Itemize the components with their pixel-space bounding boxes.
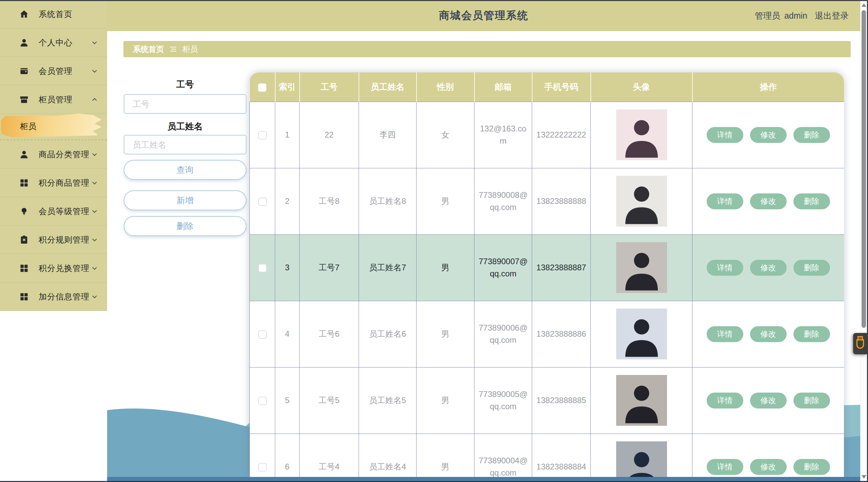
edit-row-button[interactable]: 修改 (750, 260, 787, 276)
breadcrumb-home-link[interactable]: 系统首页 (133, 44, 164, 55)
delete-row-button[interactable]: 删除 (793, 193, 830, 209)
detail-row-button[interactable]: 详情 (707, 326, 743, 342)
grid-icon (19, 263, 30, 274)
chevron-down-icon (90, 38, 99, 47)
edit-row-button[interactable]: 修改 (750, 393, 787, 408)
col-header-index: 索引 (275, 72, 300, 102)
table-row: 2工号8员工姓名8男773890008@qq.com13823888888详情修… (250, 168, 844, 234)
home-icon (19, 9, 30, 20)
avatar (616, 375, 667, 426)
detail-row-button[interactable]: 详情 (707, 127, 743, 143)
cell-gender: 男 (417, 234, 475, 301)
cell-index: 6 (275, 434, 300, 477)
cell-job-no: 22 (300, 102, 359, 168)
edit-row-button[interactable]: 修改 (750, 193, 787, 209)
breadcrumb: 系统首页 柜员 (123, 41, 851, 57)
wave-bottom-band (107, 477, 860, 481)
delete-row-button[interactable]: 删除 (793, 260, 830, 276)
row-checkbox[interactable] (258, 131, 267, 140)
chevron-down-icon (90, 207, 99, 216)
edit-row-button[interactable]: 修改 (750, 127, 787, 143)
cell-select (250, 367, 275, 434)
detail-row-button[interactable]: 详情 (707, 393, 743, 408)
sidebar-item-bonus-info-management[interactable]: 加分信息管理 (0, 282, 107, 311)
scrollbar-up-arrow-icon[interactable] (862, 3, 866, 7)
row-checkbox[interactable] (258, 463, 267, 471)
wallet-icon (19, 66, 30, 77)
cell-avatar (591, 301, 692, 367)
cell-select (250, 168, 275, 234)
sidebar-item-member-management[interactable]: 会员管理 (0, 57, 107, 85)
edit-row-button[interactable]: 修改 (750, 459, 787, 475)
scrollbar-thumb[interactable] (862, 10, 866, 328)
vertical-scrollbar[interactable] (860, 1, 867, 481)
delete-button[interactable]: 删除 (124, 216, 246, 236)
detail-row-button[interactable]: 详情 (707, 459, 743, 475)
delete-row-button[interactable]: 删除 (793, 326, 830, 342)
col-header-email: 邮箱 (475, 72, 532, 102)
delete-row-button[interactable]: 删除 (793, 393, 830, 408)
job-number-input[interactable] (124, 94, 246, 114)
delete-row-button[interactable]: 删除 (793, 127, 830, 143)
cell-phone: 13823888884 (532, 434, 591, 477)
sidebar-item-system-home[interactable]: 系统首页 (0, 0, 107, 28)
row-checkbox[interactable] (258, 397, 267, 405)
sidebar-subitem-teller[interactable]: 柜员 (0, 114, 107, 140)
detail-row-button[interactable]: 详情 (707, 193, 743, 209)
employee-name-input[interactable] (124, 135, 246, 154)
cell-index: 3 (275, 234, 300, 301)
active-submenu-pill[interactable]: 柜员 (4, 117, 92, 136)
cell-actions: 详情修改删除 (692, 168, 844, 234)
sidebar-item-points-product-management[interactable]: 积分商品管理 (0, 169, 107, 197)
cell-phone: 13222222222 (532, 102, 591, 168)
cell-gender: 女 (417, 102, 475, 168)
cell-email: 773890004@qq.com (475, 434, 532, 477)
sidebar-item-label: 个人中心 (39, 37, 90, 48)
clipboard-icon (19, 234, 30, 245)
row-checkbox[interactable] (258, 197, 267, 206)
chevron-down-icon (90, 235, 99, 244)
col-header-actions: 操作 (692, 72, 844, 102)
select-all-checkbox[interactable] (258, 83, 266, 92)
chevron-up-icon (90, 95, 99, 104)
add-button[interactable]: 新增 (124, 190, 246, 210)
avatar (616, 309, 667, 359)
chevron-down-icon (90, 67, 99, 76)
cell-job-no: 工号4 (300, 434, 359, 477)
cell-email: 773890005@qq.com (475, 367, 532, 434)
sidebar-item-personal-center[interactable]: 个人中心 (0, 28, 107, 57)
sidebar-item-points-rule-management[interactable]: 积分规则管理 (0, 226, 107, 254)
cell-email: 132@163.com (475, 102, 532, 168)
detail-row-button[interactable]: 详情 (707, 260, 743, 276)
user-box: 管理员 admin 退出登录 (755, 0, 849, 31)
cell-job-no: 工号7 (300, 234, 359, 301)
scrollbar-down-arrow-icon[interactable] (862, 475, 866, 479)
chevron-down-icon (90, 150, 99, 159)
row-checkbox[interactable] (258, 330, 267, 339)
employee-name-label: 员工姓名 (124, 121, 246, 132)
sidebar-item-member-level-management[interactable]: 会员等级管理 (0, 197, 107, 226)
sidebar-item-label: 积分商品管理 (39, 177, 90, 188)
row-checkbox[interactable] (258, 264, 267, 272)
delete-row-button[interactable]: 删除 (793, 459, 830, 475)
sidebar-item-teller-management[interactable]: 柜员管理 (0, 85, 107, 114)
sidebar-item-label: 系统首页 (39, 9, 99, 20)
sidebar-item-product-category-management[interactable]: 商品分类管理 (0, 140, 107, 169)
col-header-name: 员工姓名 (359, 72, 417, 102)
query-button[interactable]: 查询 (124, 160, 246, 180)
chevron-down-icon (90, 292, 99, 301)
cell-actions: 详情修改删除 (692, 434, 844, 477)
cell-name: 员工姓名6 (359, 301, 417, 367)
logout-link[interactable]: 退出登录 (815, 10, 849, 21)
cell-avatar (591, 168, 692, 234)
breadcrumb-current: 柜员 (182, 44, 198, 55)
sidebar-item-label: 商品分类管理 (39, 149, 90, 160)
usb-extension-button[interactable] (853, 333, 867, 354)
sidebar-item-points-exchange-management[interactable]: 积分兑换管理 (0, 254, 107, 282)
cell-avatar (591, 102, 692, 168)
avatar (616, 109, 667, 160)
chevron-down-icon (90, 264, 99, 273)
edit-row-button[interactable]: 修改 (750, 326, 787, 342)
table-row: 5工号5员工姓名5男773890005@qq.com13823888885详情修… (250, 367, 844, 434)
cell-job-no: 工号8 (300, 168, 359, 234)
